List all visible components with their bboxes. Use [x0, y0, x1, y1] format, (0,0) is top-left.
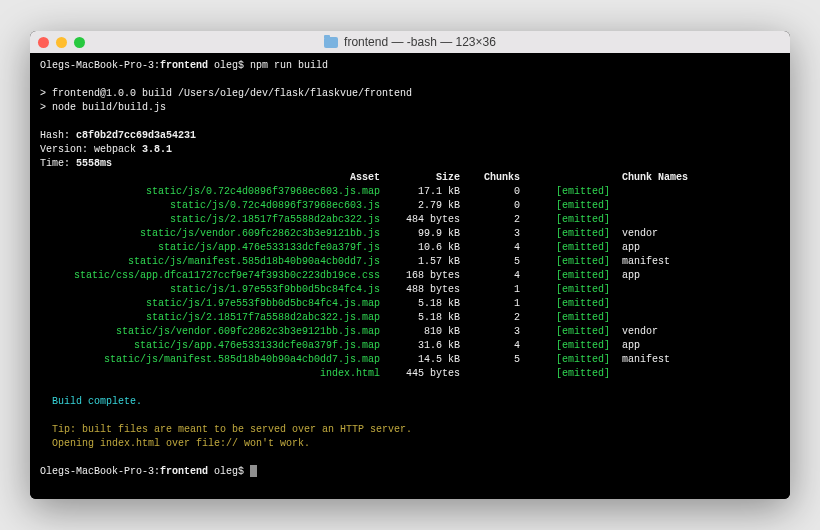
asset-chunks: 1: [460, 283, 520, 297]
asset-name: static/js/vendor.609fc2862c3b3e9121bb.js: [40, 227, 380, 241]
asset-name: static/js/1.97e553f9bb0d5bc84fc4.js: [40, 283, 380, 297]
asset-size: 5.18 kB: [380, 297, 460, 311]
asset-chunks: 4: [460, 269, 520, 283]
prompt-line-2: Olegs-MacBook-Pro-3:frontend oleg$: [40, 465, 780, 479]
table-header: Asset Size Chunks Chunk Names: [40, 171, 780, 185]
terminal-body[interactable]: Olegs-MacBook-Pro-3:frontend oleg$ npm r…: [30, 53, 790, 499]
asset-chunk-name: [610, 185, 700, 199]
asset-chunk-name: vendor: [610, 325, 700, 339]
npm-header-1: > frontend@1.0.0 build /Users/oleg/dev/f…: [40, 87, 780, 101]
asset-chunks: 0: [460, 185, 520, 199]
traffic-lights: [38, 37, 85, 48]
titlebar[interactable]: frontend — -bash — 123×36: [30, 31, 790, 53]
asset-emitted: [emitted]: [520, 255, 610, 269]
asset-size: 14.5 kB: [380, 353, 460, 367]
asset-chunks: 5: [460, 353, 520, 367]
asset-chunks: 2: [460, 213, 520, 227]
blank-line: [40, 73, 780, 87]
asset-chunk-name: app: [610, 241, 700, 255]
header-names: Chunk Names: [610, 171, 700, 185]
asset-emitted: [emitted]: [520, 297, 610, 311]
table-row: static/js/app.476e533133dcfe0a379f.js10.…: [40, 241, 780, 255]
window-title: frontend — -bash — 123×36: [38, 35, 782, 49]
asset-chunk-name: [610, 199, 700, 213]
tip-line-1: Tip: built files are meant to be served …: [40, 423, 780, 437]
asset-name: static/js/2.18517f7a5588d2abc322.js.map: [40, 311, 380, 325]
blank-line: [40, 115, 780, 129]
asset-chunks: 3: [460, 227, 520, 241]
asset-emitted: [emitted]: [520, 269, 610, 283]
asset-emitted: [emitted]: [520, 353, 610, 367]
folder-icon: [324, 37, 338, 48]
asset-size: 484 bytes: [380, 213, 460, 227]
prompt-line: Olegs-MacBook-Pro-3:frontend oleg$ npm r…: [40, 59, 780, 73]
table-row: static/js/1.97e553f9bb0d5bc84fc4.js488 b…: [40, 283, 780, 297]
asset-emitted: [emitted]: [520, 325, 610, 339]
asset-chunk-name: [610, 213, 700, 227]
table-row: static/js/vendor.609fc2862c3b3e9121bb.js…: [40, 227, 780, 241]
header-size: Size: [380, 171, 460, 185]
blank-line: [40, 381, 780, 395]
asset-emitted: [emitted]: [520, 185, 610, 199]
asset-chunks: [460, 367, 520, 381]
asset-name: static/css/app.dfca11727ccf9e74f393b0c22…: [40, 269, 380, 283]
blank-line: [40, 409, 780, 423]
asset-size: 17.1 kB: [380, 185, 460, 199]
asset-size: 168 bytes: [380, 269, 460, 283]
asset-size: 5.18 kB: [380, 311, 460, 325]
asset-name: index.html: [40, 367, 380, 381]
asset-chunk-name: vendor: [610, 227, 700, 241]
asset-emitted: [emitted]: [520, 227, 610, 241]
cursor: [250, 465, 257, 477]
asset-size: 445 bytes: [380, 367, 460, 381]
asset-size: 810 kB: [380, 325, 460, 339]
npm-header-2: > node build/build.js: [40, 101, 780, 115]
asset-name: static/js/manifest.585d18b40b90a4cb0dd7.…: [40, 255, 380, 269]
asset-name: static/js/2.18517f7a5588d2abc322.js: [40, 213, 380, 227]
asset-chunks: 4: [460, 339, 520, 353]
asset-name: static/js/0.72c4d0896f37968ec603.js: [40, 199, 380, 213]
close-button[interactable]: [38, 37, 49, 48]
asset-chunks: 1: [460, 297, 520, 311]
asset-name: static/js/0.72c4d0896f37968ec603.js.map: [40, 185, 380, 199]
asset-emitted: [emitted]: [520, 283, 610, 297]
table-row: static/js/0.72c4d0896f37968ec603.js2.79 …: [40, 199, 780, 213]
asset-chunks: 3: [460, 325, 520, 339]
asset-size: 1.57 kB: [380, 255, 460, 269]
asset-name: static/js/vendor.609fc2862c3b3e9121bb.js…: [40, 325, 380, 339]
table-row: static/js/manifest.585d18b40b90a4cb0dd7.…: [40, 353, 780, 367]
asset-size: 31.6 kB: [380, 339, 460, 353]
asset-chunk-name: [610, 283, 700, 297]
minimize-button[interactable]: [56, 37, 67, 48]
build-version: Version: webpack 3.8.1: [40, 143, 780, 157]
asset-size: 488 bytes: [380, 283, 460, 297]
header-emit: [520, 171, 610, 185]
asset-chunks: 4: [460, 241, 520, 255]
table-row: static/css/app.dfca11727ccf9e74f393b0c22…: [40, 269, 780, 283]
asset-name: static/js/1.97e553f9bb0d5bc84fc4.js.map: [40, 297, 380, 311]
asset-size: 2.79 kB: [380, 199, 460, 213]
asset-name: static/js/app.476e533133dcfe0a379f.js: [40, 241, 380, 255]
zoom-button[interactable]: [74, 37, 85, 48]
asset-chunk-name: app: [610, 339, 700, 353]
asset-chunk-name: manifest: [610, 255, 700, 269]
window-title-text: frontend — -bash — 123×36: [344, 35, 496, 49]
asset-chunk-name: app: [610, 269, 700, 283]
asset-size: 99.9 kB: [380, 227, 460, 241]
table-row: static/js/1.97e553f9bb0d5bc84fc4.js.map5…: [40, 297, 780, 311]
asset-emitted: [emitted]: [520, 199, 610, 213]
blank-line: [40, 451, 780, 465]
table-row: static/js/vendor.609fc2862c3b3e9121bb.js…: [40, 325, 780, 339]
asset-chunk-name: manifest: [610, 353, 700, 367]
table-row: static/js/2.18517f7a5588d2abc322.js.map5…: [40, 311, 780, 325]
asset-chunks: 2: [460, 311, 520, 325]
asset-emitted: [emitted]: [520, 339, 610, 353]
table-row: static/js/manifest.585d18b40b90a4cb0dd7.…: [40, 255, 780, 269]
build-complete: Build complete.: [40, 395, 780, 409]
table-row: static/js/2.18517f7a5588d2abc322.js484 b…: [40, 213, 780, 227]
table-row: index.html445 bytes[emitted]: [40, 367, 780, 381]
assets-table: Asset Size Chunks Chunk Names static/js/…: [40, 171, 780, 381]
header-asset: Asset: [40, 171, 380, 185]
asset-chunk-name: [610, 297, 700, 311]
asset-emitted: [emitted]: [520, 241, 610, 255]
